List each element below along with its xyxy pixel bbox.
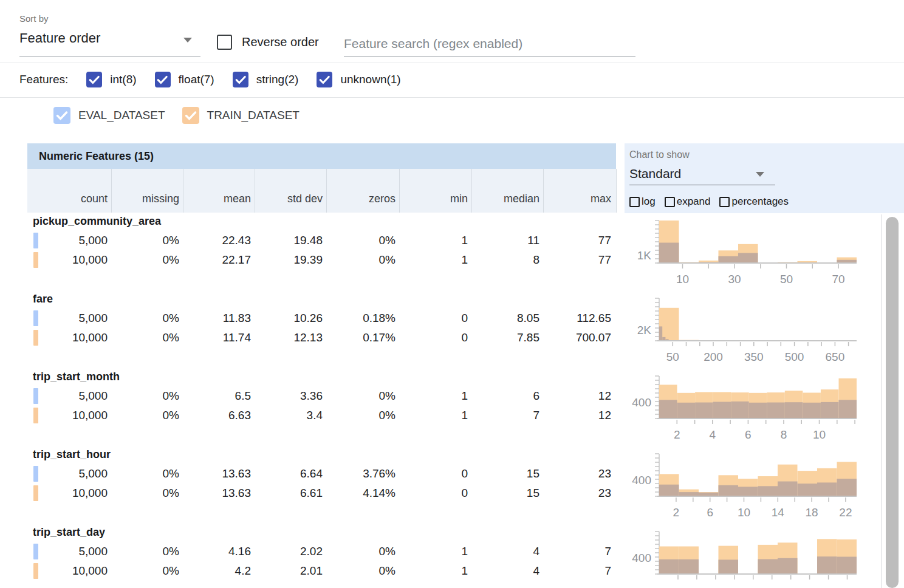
- hist-bar: [738, 487, 758, 496]
- x-tick-label: 10: [813, 428, 826, 441]
- histogram-trip_start_hour[interactable]: 2610141822400: [626, 448, 881, 525]
- stat-cell: 1: [400, 564, 468, 578]
- feature-stats-row: 10,0000%11.7412.130.17%07.85700.07: [27, 328, 616, 347]
- check-icon: [156, 73, 169, 86]
- chart-option-expand[interactable]: expand: [665, 196, 711, 208]
- column-separator: [471, 169, 472, 213]
- stat-cell: 112.65: [543, 312, 611, 325]
- column-separator: [399, 169, 400, 213]
- hist-bar: [767, 403, 785, 419]
- hist-bar: [837, 557, 857, 575]
- hist-bar: [803, 403, 821, 419]
- column-separator: [255, 169, 255, 213]
- stat-cell: 0%: [327, 564, 396, 578]
- x-tick-label: 500: [785, 350, 804, 363]
- type-filter-int[interactable]: int(8): [86, 72, 136, 87]
- checkbox-unchecked-icon: [719, 197, 730, 207]
- hist-bar: [677, 403, 696, 419]
- stat-cell: 0%: [111, 253, 179, 267]
- column-header-max: max: [543, 193, 611, 205]
- stat-cell: 4.16: [183, 545, 251, 558]
- type-filter-unknown[interactable]: unknown(1): [317, 72, 400, 87]
- dataset-toggle-eval_dataset[interactable]: EVAL_DATASET: [53, 107, 165, 124]
- hist-bar: [659, 400, 677, 419]
- checkbox-checked-icon: [233, 72, 248, 87]
- divider: [0, 97, 904, 98]
- stat-cell: 0: [400, 467, 468, 480]
- x-tick-label: 6: [707, 506, 713, 519]
- dataset-color-chip: [33, 388, 38, 404]
- stat-cell: 2.01: [255, 564, 323, 578]
- hist-bar: [778, 558, 798, 574]
- histogram-svg: 103050701K: [626, 214, 881, 292]
- stat-cell: 0.17%: [327, 331, 396, 344]
- stat-cell: 19.39: [255, 253, 323, 267]
- check-icon: [55, 108, 69, 123]
- reverse-order-checkbox[interactable]: [217, 35, 232, 50]
- stat-cell: 0%: [111, 409, 179, 422]
- stat-cell: 0%: [111, 545, 179, 558]
- stat-cell: 6.61: [255, 487, 323, 500]
- stat-cell: 3.76%: [327, 467, 396, 480]
- reverse-order-label: Reverse order: [242, 35, 319, 49]
- column-header-missing: missing: [111, 193, 179, 205]
- hist-bar: [719, 559, 739, 574]
- x-tick-label: 8: [781, 428, 787, 441]
- check-icon: [183, 108, 198, 123]
- column-separator: [543, 169, 544, 213]
- x-tick-label: 50: [666, 350, 679, 363]
- check-icon: [234, 73, 247, 86]
- dataset-toggle-train_dataset[interactable]: TRAIN_DATASET: [182, 107, 300, 124]
- sort-select-underline: [19, 56, 200, 56]
- column-header-min: min: [400, 193, 468, 205]
- numeric-features-title: Numeric Features (15): [39, 150, 154, 163]
- stat-cell: 0%: [111, 312, 179, 325]
- checkbox-checked-icon: [155, 72, 171, 87]
- type-filter-float[interactable]: float(7): [155, 72, 214, 87]
- stat-cell: 12: [543, 409, 611, 422]
- histogram-trip_start_day[interactable]: 400: [626, 525, 881, 588]
- stat-cell: 10,000: [39, 487, 108, 500]
- stat-cell: 0%: [327, 253, 396, 267]
- hist-bar: [837, 479, 857, 496]
- stat-cell: 19.48: [255, 234, 323, 247]
- histogram-svg: 2610141822400: [626, 448, 881, 525]
- histogram-column: 103050701K502003505006502K24681040026101…: [626, 214, 881, 588]
- dataset-color-chip: [33, 233, 38, 248]
- stat-cell: 7: [471, 409, 539, 422]
- stat-cell: 22.43: [183, 234, 251, 247]
- checkbox-checked-icon: [53, 107, 70, 124]
- chart-option-log[interactable]: log: [629, 196, 656, 208]
- hist-bar: [659, 559, 679, 574]
- feature-stats-row: 10,0000%6.633.40%1712: [27, 406, 616, 425]
- checkbox-unchecked-icon: [665, 197, 675, 207]
- x-tick-label: 18: [806, 506, 818, 519]
- histogram-trip_start_month[interactable]: 246810400: [626, 370, 881, 448]
- histogram-fare[interactable]: 502003505006502K: [626, 292, 881, 370]
- chart-type-select[interactable]: Standard: [629, 166, 775, 185]
- scroll-divider: [881, 214, 882, 588]
- histogram-pickup_community_area[interactable]: 103050701K: [626, 214, 881, 292]
- stat-cell: 13.63: [183, 467, 251, 480]
- feature-group-trip_start_hour: trip_start_hour5,0000%13.636.643.76%0152…: [27, 446, 616, 524]
- stat-cell: 2.02: [255, 545, 323, 558]
- chart-option-percentages[interactable]: percentages: [719, 196, 789, 208]
- feature-name: trip_start_day: [33, 526, 105, 539]
- stat-cell: 0%: [327, 409, 396, 422]
- stat-cell: 3.36: [255, 389, 323, 403]
- y-axis-label: 2K: [637, 324, 652, 337]
- feature-stats-row: 5,0000%13.636.643.76%01523: [27, 464, 616, 484]
- hist-bar: [839, 400, 857, 419]
- type-filter-string[interactable]: string(2): [233, 72, 299, 87]
- stat-cell: 23: [543, 487, 611, 500]
- check-icon: [87, 73, 101, 86]
- stat-cell: 4: [471, 564, 539, 578]
- vertical-scrollbar[interactable]: [886, 217, 899, 588]
- divider: [0, 63, 904, 63]
- stat-cell: 0: [400, 331, 468, 344]
- sort-order-select[interactable]: Feature order: [19, 30, 200, 46]
- feature-search-input[interactable]: [344, 30, 635, 57]
- histogram-svg: 502003505006502K: [626, 292, 881, 370]
- x-tick-label: 30: [728, 273, 741, 285]
- stat-cell: 6.63: [183, 409, 251, 422]
